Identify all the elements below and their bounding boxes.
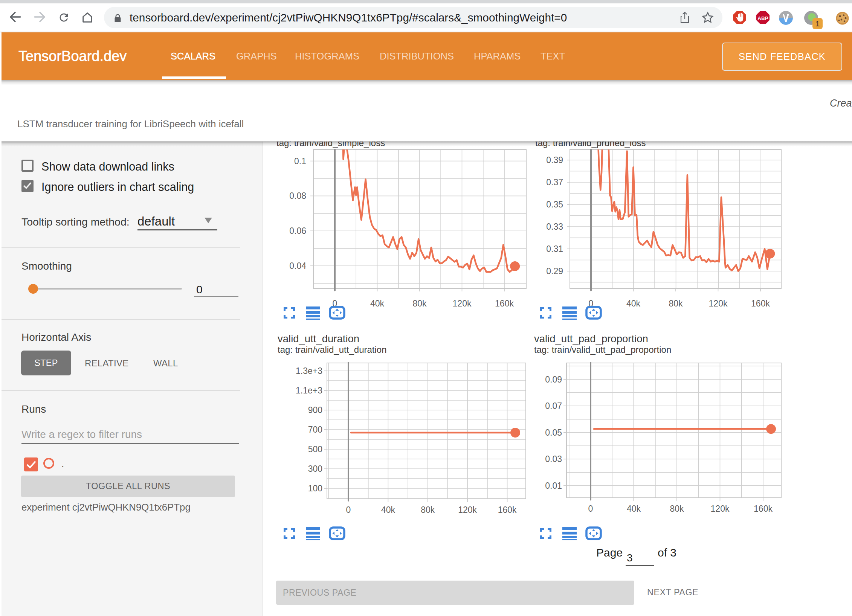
svg-text:80k: 80k [412, 299, 427, 308]
svg-text:0.05: 0.05 [545, 428, 562, 438]
svg-text:100: 100 [308, 483, 322, 493]
svg-text:80k: 80k [670, 504, 684, 514]
svg-text:160k: 160k [754, 504, 773, 514]
svg-text:160k: 160k [751, 299, 770, 308]
svg-text:120k: 120k [453, 299, 472, 308]
svg-text:0: 0 [346, 505, 351, 515]
svg-text:40k: 40k [626, 299, 641, 308]
svg-text:0.31: 0.31 [546, 244, 563, 254]
svg-text:40k: 40k [627, 504, 641, 514]
svg-text:0.01: 0.01 [545, 481, 562, 491]
svg-text:300: 300 [308, 464, 322, 474]
svg-text:40k: 40k [370, 299, 385, 308]
svg-text:120k: 120k [709, 299, 728, 308]
svg-text:0.04: 0.04 [289, 261, 306, 271]
svg-text:0: 0 [588, 504, 593, 514]
svg-text:ABP: ABP [757, 15, 768, 21]
svg-text:40k: 40k [381, 505, 395, 515]
svg-text:0.09: 0.09 [545, 375, 562, 384]
svg-text:0.08: 0.08 [289, 191, 306, 201]
svg-text:0.33: 0.33 [546, 222, 563, 232]
svg-text:80k: 80k [669, 299, 683, 308]
svg-text:0.37: 0.37 [546, 177, 563, 187]
svg-text:160k: 160k [498, 505, 517, 515]
svg-text:1.3e+3: 1.3e+3 [296, 366, 322, 376]
svg-text:900: 900 [308, 405, 322, 415]
svg-text:160k: 160k [495, 299, 514, 308]
svg-text:120k: 120k [711, 504, 730, 514]
svg-text:0.29: 0.29 [546, 266, 563, 276]
svg-text:1.1e+3: 1.1e+3 [296, 386, 322, 395]
svg-text:0.03: 0.03 [545, 454, 562, 464]
svg-text:500: 500 [308, 444, 322, 454]
svg-text:0.35: 0.35 [546, 200, 563, 209]
svg-text:0.1: 0.1 [294, 156, 306, 166]
svg-text:700: 700 [308, 425, 322, 435]
svg-text:0.39: 0.39 [546, 155, 563, 165]
svg-text:120k: 120k [458, 505, 477, 515]
svg-text:0.07: 0.07 [545, 401, 562, 411]
svg-text:0.06: 0.06 [289, 226, 306, 236]
svg-text:80k: 80k [421, 505, 435, 515]
